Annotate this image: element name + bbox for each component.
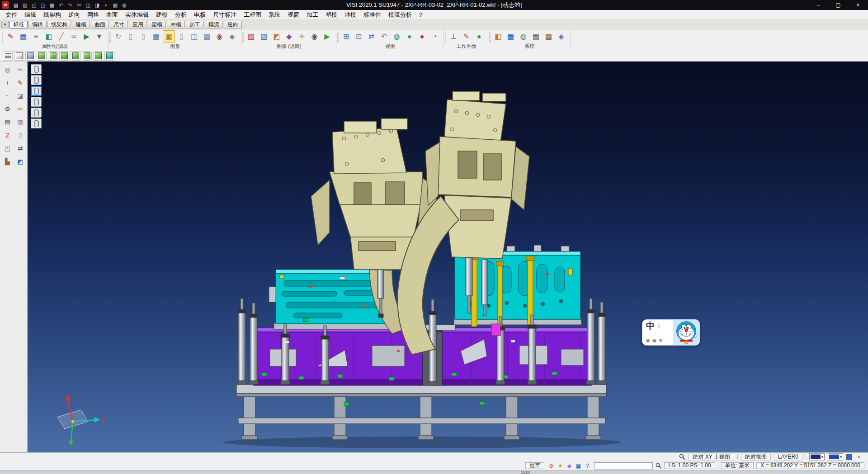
ime-mode-indicator[interactable]: 中 (646, 322, 655, 331)
menu-item[interactable]: 建模 (152, 10, 171, 19)
dynamic-view-tool-4[interactable] (31, 97, 42, 107)
attr-filter-icon[interactable]: ▼ (93, 30, 105, 43)
cube-pair-icon[interactable]: ◫ (188, 30, 200, 43)
view-top-icon[interactable] (37, 51, 47, 61)
gear-tool-icon[interactable]: ⚙ (2, 103, 13, 114)
dynamic-view-tool-2[interactable] (31, 75, 42, 85)
texture-icon[interactable]: ▧ (258, 30, 270, 43)
ime-logo-icon[interactable]: ◉ (646, 338, 650, 343)
tab-flow[interactable]: 模流 (205, 21, 223, 28)
attr-doc-icon[interactable]: ▤ (17, 30, 29, 43)
material-icon[interactable]: ◆ (283, 30, 295, 43)
status-search-input[interactable] (594, 462, 653, 469)
snap-lock-toggle[interactable]: 拴牢 (525, 462, 544, 469)
tab-mould[interactable]: 塑模 (148, 21, 166, 28)
view-menu-button[interactable] (3, 51, 13, 61)
menu-item[interactable]: 实体编辑 (122, 10, 152, 19)
dynamic-view-tool-1[interactable] (31, 64, 42, 74)
menu-item[interactable]: 标准件 (360, 10, 385, 19)
layer-label[interactable]: LAYER0 (774, 454, 802, 460)
tab-edit[interactable]: 编辑 (28, 21, 47, 28)
qat-properties-icon[interactable]: ◐ (102, 1, 110, 9)
tab-dimension[interactable]: 尺寸 (110, 21, 128, 28)
hidden-cylinder-icon[interactable]: ▯ (137, 30, 150, 43)
system-config-icon[interactable]: ◈ (555, 30, 567, 43)
menu-item[interactable]: 线架构 (40, 10, 65, 19)
menu-item[interactable]: 加工 (303, 10, 322, 19)
system-globe-icon[interactable]: ◍ (517, 30, 529, 43)
globe-view-icon[interactable]: ◍ (391, 30, 403, 43)
pie-view-icon[interactable]: ◔ (429, 30, 441, 43)
menu-item[interactable]: 系统 (265, 10, 284, 19)
view-isometric-icon[interactable] (104, 51, 114, 61)
workplane-axes-icon[interactable]: ⊥ (448, 30, 460, 43)
line-color-combo[interactable]: ▾ (809, 453, 825, 460)
menu-item[interactable]: 网格 (84, 10, 103, 19)
render-icon[interactable]: ▨ (245, 30, 257, 43)
attr-line-icon[interactable]: ╱ (55, 30, 67, 43)
qat-paste-icon[interactable]: ◨ (93, 1, 101, 9)
attr-layers-icon[interactable]: ≡ (30, 30, 42, 43)
active-color-swatch[interactable] (846, 454, 852, 460)
workplane-edit-icon[interactable]: ✎ (460, 30, 472, 43)
menu-item[interactable]: 冲模 (341, 10, 360, 19)
tab-standard[interactable]: 标准 (9, 21, 28, 28)
tab-reverse[interactable]: 逆向 (224, 21, 242, 28)
animation-icon[interactable]: ▶ (321, 30, 333, 43)
mesh-cube-icon[interactable]: ▦ (150, 30, 162, 43)
view-left-icon[interactable] (71, 51, 80, 61)
dimension2-tool-icon[interactable]: 2 (2, 129, 13, 141)
attr-mask-icon[interactable]: ◧ (42, 30, 55, 43)
grid-cube-icon[interactable]: ▩ (201, 30, 213, 43)
pan-icon[interactable]: ⇄ (365, 30, 377, 43)
tab-surface[interactable]: 曲面 (91, 21, 109, 28)
maximize-button[interactable]: ▢ (828, 0, 848, 10)
dynamic-view-tool-3[interactable] (31, 86, 42, 96)
zoom-tool-icon[interactable]: ◎ (2, 64, 13, 75)
menu-item[interactable]: 分析 (171, 10, 190, 19)
status-osnap-icon[interactable]: ★ (556, 462, 564, 469)
zoom-all-icon[interactable]: ⊞ (340, 30, 352, 43)
view-shaded-cube-icon[interactable] (14, 51, 24, 61)
absolute-view-label[interactable]: 绝对视图 (741, 454, 771, 460)
ime-keyboard-icon[interactable]: ▦ (652, 338, 656, 343)
menu-item[interactable]: 工程图 (240, 10, 265, 19)
viewport[interactable]: Z (28, 62, 868, 452)
sphere-red-icon[interactable]: ● (416, 30, 428, 43)
tab-machining[interactable]: 加工 (186, 21, 204, 28)
camera-icon[interactable]: ◉ (308, 30, 321, 43)
status-search-icon[interactable] (679, 454, 685, 460)
qat-print-icon[interactable]: ▦ (48, 1, 56, 9)
menu-item[interactable]: 视窗 (284, 10, 303, 19)
ime-settings-icon[interactable]: ⚙ (659, 338, 663, 343)
display-set-icon[interactable]: ◈ (226, 30, 238, 43)
close-button[interactable]: × (848, 0, 868, 10)
qat-copy-icon[interactable]: ◫ (84, 1, 92, 9)
qat-save-all-icon[interactable]: ◳ (39, 1, 47, 9)
ghost-cylinder-icon[interactable]: ▯ (175, 30, 188, 43)
qat-undo-icon[interactable]: ↶ (57, 1, 65, 9)
workplane-sphere-icon[interactable]: ● (473, 30, 485, 43)
shadow-icon[interactable]: ◩ (270, 30, 283, 43)
menu-item[interactable]: 电极 (190, 10, 209, 19)
printer-tool-icon[interactable]: ▤ (2, 116, 13, 128)
attr-edit-icon[interactable]: ✎ (5, 30, 17, 43)
status-palette-icon[interactable]: ◈ (565, 462, 573, 469)
previous-view-icon[interactable]: ↶ (378, 30, 390, 43)
window-grid-icon[interactable]: ▦ (505, 30, 517, 43)
system-table-icon[interactable]: ▤ (530, 30, 542, 43)
magnet-icon[interactable]: ◉ (213, 30, 226, 43)
pencil-tool-icon[interactable]: ✎ (14, 77, 26, 88)
tab-stamping[interactable]: 冲模 (167, 21, 185, 28)
chart-tool-icon[interactable]: ▙ (2, 156, 13, 167)
qat-new-icon[interactable]: ▤ (12, 1, 20, 9)
view-mode-label[interactable]: 绝对 XY 上视图 (689, 454, 734, 460)
status-gridsnap-icon[interactable]: ▦ (574, 462, 582, 469)
status-filter-icon[interactable] (656, 463, 661, 469)
menu-item[interactable]: ? (415, 10, 426, 19)
move-tool-icon[interactable]: ⇄ (14, 142, 26, 154)
pen-tool-icon[interactable]: ✏ (14, 103, 26, 114)
minimize-button[interactable]: – (808, 0, 828, 10)
window-layout-icon[interactable]: ◧ (492, 30, 504, 43)
light-icon[interactable]: ☀ (296, 30, 308, 43)
